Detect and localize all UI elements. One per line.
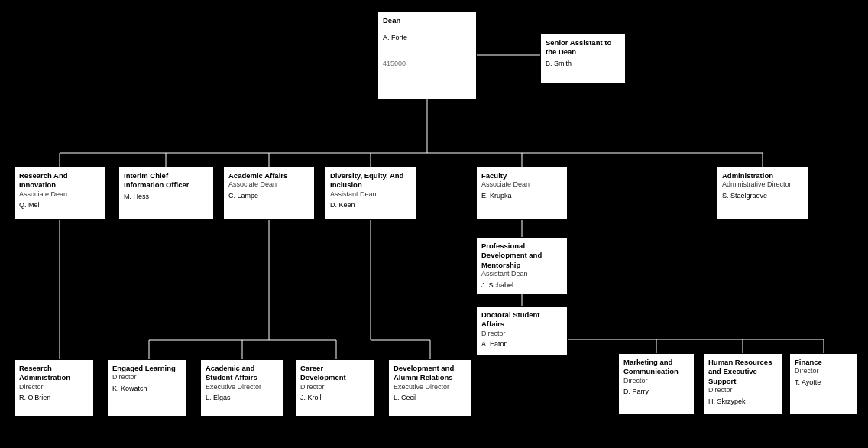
dean-code: 415000 — [383, 60, 471, 69]
org-chart: Dean A. Forte 415000 Senior Assistant to… — [0, 0, 868, 448]
academic-student-title: Academic and Student Affairs — [206, 364, 279, 383]
engaged-learning-subtitle: Director — [112, 373, 182, 382]
diversity-subtitle: Assistant Dean — [330, 190, 411, 200]
senior-assistant-node: Senior Assistant to the Dean B. Smith — [540, 34, 626, 84]
administration-name: S. Staelgraeve — [722, 192, 803, 201]
engaged-learning-title: Engaged Learning — [112, 364, 182, 373]
administration-title: Administration — [722, 171, 803, 180]
dev-alumni-subtitle: Executive Director — [394, 383, 467, 392]
hr-node: Human Resources and Executive Support Di… — [703, 353, 783, 414]
professional-dev-subtitle: Assistant Dean — [481, 270, 562, 279]
dean-node: Dean A. Forte 415000 — [377, 11, 477, 99]
career-dev-subtitle: Director — [300, 383, 370, 392]
marketing-name: D. Parry — [623, 388, 689, 397]
doctoral-title: Doctoral Student Affairs — [481, 310, 562, 330]
finance-node: Finance Director T. Ayotte — [789, 353, 858, 414]
research-innovation-node: Research And Innovation Associate Dean Q… — [14, 167, 105, 220]
dev-alumni-node: Development and Alumni Relations Executi… — [388, 359, 472, 417]
doctoral-subtitle: Director — [481, 330, 562, 339]
doctoral-name: A. Eaton — [481, 340, 562, 349]
finance-title: Finance — [795, 358, 853, 367]
dev-alumni-title: Development and Alumni Relations — [394, 364, 467, 383]
marketing-node: Marketing and Communication Director D. … — [618, 353, 695, 414]
research-innovation-name: Q. Mei — [19, 201, 100, 210]
administration-subtitle: Administrative Director — [722, 180, 803, 190]
faculty-title: Faculty — [481, 171, 562, 180]
engaged-learning-name: K. Kowatch — [112, 385, 182, 394]
professional-dev-title: Professional Development and Mentorship — [481, 242, 562, 270]
career-dev-node: Career Development Director J. Kroll — [295, 359, 375, 417]
diversity-node: Diversity, Equity, And Inclusion Assista… — [325, 167, 416, 220]
senior-assistant-title: Senior Assistant to the Dean — [546, 38, 620, 57]
faculty-node: Faculty Associate Dean E. Krupka — [476, 167, 568, 220]
professional-dev-name: J. Schabel — [481, 281, 562, 291]
research-innovation-subtitle: Associate Dean — [19, 190, 100, 200]
academic-affairs-node: Academic Affairs Associate Dean C. Lampe — [223, 167, 315, 220]
academic-student-subtitle: Executive Director — [206, 383, 279, 392]
academic-affairs-title: Academic Affairs — [228, 171, 309, 180]
dev-alumni-name: L. Cecil — [394, 394, 467, 403]
hr-subtitle: Director — [708, 386, 778, 395]
research-innovation-title: Research And Innovation — [19, 171, 100, 190]
research-admin-name: R. O'Brien — [19, 394, 89, 403]
hr-title: Human Resources and Executive Support — [708, 358, 778, 386]
finance-subtitle: Director — [795, 367, 853, 376]
hr-name: H. Skrzypek — [708, 398, 778, 407]
academic-affairs-name: C. Lampe — [228, 192, 309, 201]
diversity-name: D. Keen — [330, 201, 411, 210]
academic-student-node: Academic and Student Affairs Executive D… — [200, 359, 284, 417]
interim-cio-node: Interim Chief Information Officer M. Hes… — [118, 167, 214, 220]
dean-name: A. Forte — [383, 34, 471, 43]
interim-cio-title: Interim Chief Information Officer — [124, 171, 209, 190]
doctoral-node: Doctoral Student Affairs Director A. Eat… — [476, 306, 568, 355]
interim-cio-name: M. Hess — [124, 193, 209, 202]
diversity-title: Diversity, Equity, And Inclusion — [330, 171, 411, 190]
research-admin-title: Research Administration — [19, 364, 89, 383]
research-admin-subtitle: Director — [19, 383, 89, 392]
faculty-subtitle: Associate Dean — [481, 180, 562, 190]
academic-student-name: L. Elgas — [206, 394, 279, 403]
academic-affairs-subtitle: Associate Dean — [228, 180, 309, 190]
career-dev-name: J. Kroll — [300, 394, 370, 403]
faculty-name: E. Krupka — [481, 192, 562, 201]
finance-name: T. Ayotte — [795, 378, 853, 388]
engaged-learning-node: Engaged Learning Director K. Kowatch — [107, 359, 187, 417]
administration-node: Administration Administrative Director S… — [717, 167, 808, 220]
research-admin-node: Research Administration Director R. O'Br… — [14, 359, 94, 417]
dean-title: Dean — [383, 16, 471, 25]
marketing-subtitle: Director — [623, 377, 689, 386]
marketing-title: Marketing and Communication — [623, 358, 689, 377]
senior-assistant-name: B. Smith — [546, 60, 620, 69]
career-dev-title: Career Development — [300, 364, 370, 383]
professional-dev-node: Professional Development and Mentorship … — [476, 237, 568, 294]
